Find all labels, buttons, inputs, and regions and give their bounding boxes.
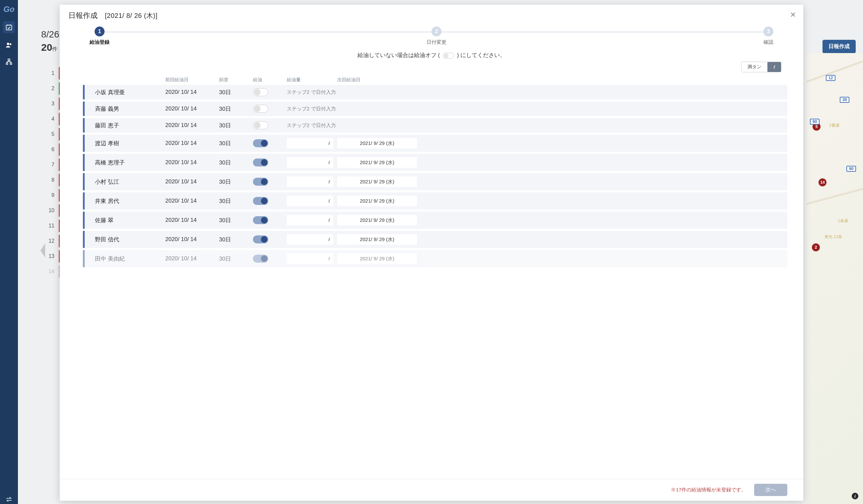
- customer-name: 田中 美由紀: [95, 255, 161, 263]
- next-date-input[interactable]: 2021/ 9/ 29 (水): [337, 157, 417, 168]
- next-date-input[interactable]: 2021/ 9/ 29 (水): [337, 215, 417, 225]
- fuel-toggle[interactable]: [253, 139, 268, 147]
- fuel-toggle[interactable]: [253, 121, 268, 129]
- row-accent: [83, 134, 85, 152]
- next-date-input[interactable]: 2021/ 9/ 29 (水): [337, 253, 417, 264]
- amount-input[interactable]: ℓ: [287, 253, 333, 264]
- frequency: 30日: [219, 159, 249, 166]
- instruction-text: 給油していない場合は給油オフ ( ) にしてください。: [60, 47, 803, 62]
- last-date: 2020/ 10/ 14: [165, 159, 215, 166]
- row-accent: [83, 173, 85, 190]
- amount-input[interactable]: ℓ: [287, 177, 333, 187]
- fuel-toggle[interactable]: [253, 158, 268, 166]
- modal-header: 日報作成 [2021/ 8/ 26 (木)] ✕: [60, 5, 803, 25]
- customer-name: 高橋 恵理子: [95, 159, 161, 166]
- modal-footer: ※17件の給油情報が未登録です。 次へ: [60, 479, 803, 501]
- row-accent: [83, 85, 85, 100]
- step[interactable]: 1給油登録: [90, 27, 110, 46]
- report-modal: 日報作成 [2021/ 8/ 26 (木)] ✕ 1給油登録2日付変更3確認 給…: [60, 5, 803, 501]
- customer-name: 渡辺 孝樹: [95, 140, 161, 147]
- amount-input[interactable]: ℓ: [287, 157, 333, 168]
- fuel-toggle[interactable]: [253, 216, 268, 224]
- row-accent: [83, 118, 85, 133]
- last-date: 2020/ 10/ 14: [165, 122, 215, 129]
- row-accent: [83, 192, 85, 209]
- customer-name: 野田 信代: [95, 236, 161, 243]
- frequency: 30日: [219, 197, 249, 205]
- table-wrap: 前回給油日 頻度 給油 給油量 次回給油日 小坂 真理亜2020/ 10/ 14…: [60, 75, 803, 479]
- step2-note: ステップ2 で日付入力: [287, 122, 417, 129]
- frequency: 30日: [219, 105, 249, 113]
- modal-backdrop: 日報作成 [2021/ 8/ 26 (木)] ✕ 1給油登録2日付変更3確認 給…: [0, 0, 863, 504]
- customer-name: 小村 弘江: [95, 178, 161, 186]
- next-date-input[interactable]: 2021/ 9/ 29 (水): [337, 177, 417, 187]
- last-date: 2020/ 10/ 14: [165, 178, 215, 185]
- next-button[interactable]: 次へ: [754, 484, 787, 496]
- step-number: 2: [432, 27, 441, 37]
- unit-segment: 満タン ℓ: [741, 62, 781, 72]
- segment-liter[interactable]: ℓ: [767, 62, 781, 72]
- last-date: 2020/ 10/ 14: [165, 217, 215, 223]
- table-row: 田中 美由紀2020/ 10/ 1430日ℓ2021/ 9/ 29 (水): [82, 250, 787, 267]
- amount-input[interactable]: ℓ: [287, 196, 333, 206]
- table-row: 小坂 真理亜2020/ 10/ 1430日ステップ2 で日付入力: [82, 85, 787, 100]
- frequency: 30日: [219, 178, 249, 186]
- col-last: 前回給油日: [165, 77, 215, 83]
- row-accent: [83, 250, 85, 267]
- customer-name: 小坂 真理亜: [95, 89, 161, 96]
- fuel-toggle[interactable]: [253, 105, 268, 113]
- col-freq: 頻度: [219, 77, 249, 83]
- amount-input[interactable]: ℓ: [287, 234, 333, 245]
- next-date-input[interactable]: 2021/ 9/ 29 (水): [337, 138, 417, 148]
- table-row: 小村 弘江2020/ 10/ 1430日ℓ2021/ 9/ 29 (水): [82, 173, 787, 190]
- frequency: 30日: [219, 89, 249, 96]
- row-accent: [83, 211, 85, 229]
- table-row: 渡辺 孝樹2020/ 10/ 1430日ℓ2021/ 9/ 29 (水): [82, 134, 787, 152]
- row-accent: [83, 102, 85, 116]
- step-number: 3: [763, 27, 773, 37]
- segment-full[interactable]: 満タン: [741, 62, 767, 72]
- frequency: 30日: [219, 236, 249, 243]
- hint-pre: 給油していない場合は給油オフ (: [358, 52, 440, 59]
- table-row: 斉藤 義男2020/ 10/ 1430日ステップ2 で日付入力: [82, 102, 787, 116]
- segment-wrap: 満タン ℓ: [60, 62, 803, 75]
- frequency: 30日: [219, 217, 249, 224]
- next-date-input[interactable]: 2021/ 9/ 29 (水): [337, 234, 417, 245]
- frequency: 30日: [219, 140, 249, 147]
- customer-name: 井東 房代: [95, 197, 161, 205]
- next-date-input[interactable]: 2021/ 9/ 29 (水): [337, 196, 417, 206]
- table-row: 井東 房代2020/ 10/ 1430日ℓ2021/ 9/ 29 (水): [82, 192, 787, 209]
- close-icon[interactable]: ✕: [790, 11, 796, 19]
- table-header: 前回給油日 頻度 給油 給油量 次回給油日: [82, 75, 787, 85]
- last-date: 2020/ 10/ 14: [165, 140, 215, 146]
- fuel-toggle[interactable]: [253, 88, 268, 96]
- frequency: 30日: [219, 122, 249, 129]
- last-date: 2020/ 10/ 14: [165, 89, 215, 95]
- step-label: 日付変更: [426, 39, 447, 46]
- frequency: 30日: [219, 255, 249, 263]
- table-row: 佐籐 翠2020/ 10/ 1430日ℓ2021/ 9/ 29 (水): [82, 211, 787, 229]
- step[interactable]: 2日付変更: [426, 27, 447, 46]
- col-next: 次回給油日: [337, 77, 417, 83]
- stepper: 1給油登録2日付変更3確認: [60, 25, 803, 47]
- fuel-toggle[interactable]: [253, 235, 268, 243]
- amount-input[interactable]: ℓ: [287, 215, 333, 225]
- row-accent: [83, 231, 85, 248]
- step2-note: ステップ2 で日付入力: [287, 106, 417, 112]
- modal-date: [2021/ 8/ 26 (木)]: [105, 11, 158, 20]
- step-label: 確認: [763, 39, 773, 46]
- table: 前回給油日 頻度 給油 給油量 次回給油日 小坂 真理亜2020/ 10/ 14…: [82, 75, 787, 269]
- last-date: 2020/ 10/ 14: [165, 105, 215, 112]
- hint-post: ) にしてください。: [457, 52, 505, 59]
- step-label: 給油登録: [90, 39, 110, 46]
- last-date: 2020/ 10/ 14: [165, 236, 215, 243]
- modal-title: 日報作成: [68, 11, 98, 21]
- last-date: 2020/ 10/ 14: [165, 255, 215, 262]
- step[interactable]: 3確認: [763, 27, 773, 46]
- table-row: 高橋 恵理子2020/ 10/ 1430日ℓ2021/ 9/ 29 (水): [82, 154, 787, 171]
- amount-input[interactable]: ℓ: [287, 138, 333, 148]
- fuel-toggle[interactable]: [253, 197, 268, 205]
- last-date: 2020/ 10/ 14: [165, 198, 215, 204]
- fuel-toggle[interactable]: [253, 178, 268, 186]
- fuel-toggle[interactable]: [253, 255, 268, 263]
